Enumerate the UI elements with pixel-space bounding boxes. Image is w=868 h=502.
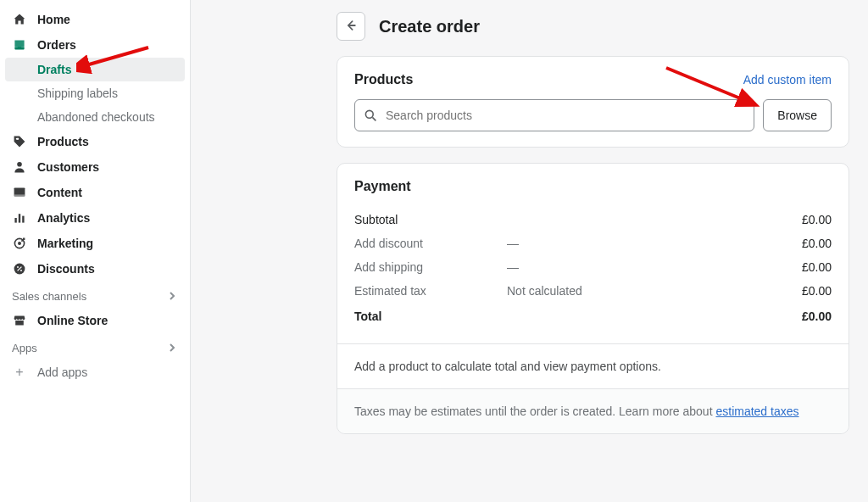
plus-icon: + xyxy=(12,365,27,380)
nav-drafts[interactable]: Drafts xyxy=(5,58,185,81)
nav-sales-channels[interactable]: Sales channels xyxy=(0,282,190,308)
payment-card-title: Payment xyxy=(354,179,832,194)
svg-rect-6 xyxy=(19,214,20,222)
product-search[interactable] xyxy=(354,99,754,131)
main: Create order Products Add custom item Br… xyxy=(191,0,868,502)
percent-icon xyxy=(12,261,27,276)
nav-apps[interactable]: Apps xyxy=(0,333,190,360)
page-title: Create order xyxy=(379,17,480,36)
tax-mid: Not calculated xyxy=(507,284,772,298)
arrow-left-icon xyxy=(344,19,358,35)
target-icon xyxy=(12,236,27,251)
back-button[interactable] xyxy=(337,12,365,41)
nav-shipping-label: Shipping labels xyxy=(37,86,118,100)
home-icon xyxy=(12,12,27,27)
chevron-right-icon xyxy=(168,290,176,303)
products-card: Products Add custom item Browse xyxy=(337,56,849,148)
payment-row-total: Total £0.00 xyxy=(354,303,832,328)
nav-add-apps[interactable]: + Add apps xyxy=(0,360,190,385)
shipping-mid: — xyxy=(507,260,772,274)
svg-point-11 xyxy=(17,266,19,268)
products-card-title: Products xyxy=(354,72,413,87)
sidebar: Home Orders Drafts Shipping labels Aband… xyxy=(0,0,191,502)
svg-point-13 xyxy=(365,110,373,118)
nav-online-store[interactable]: Online Store xyxy=(0,308,190,333)
nav-add-apps-label: Add apps xyxy=(37,365,87,379)
nav-analytics-label: Analytics xyxy=(37,211,90,225)
tax-note: Taxes may be estimates until the order i… xyxy=(337,388,849,433)
inbox-icon xyxy=(12,37,27,53)
nav-online-store-label: Online Store xyxy=(37,314,108,327)
payment-row-shipping: Add shipping — £0.00 xyxy=(354,255,832,279)
nav-orders[interactable]: Orders xyxy=(0,32,190,58)
chart-icon xyxy=(12,210,27,226)
svg-point-1 xyxy=(16,138,18,140)
shipping-value: £0.00 xyxy=(772,260,832,274)
discount-mid: — xyxy=(507,237,772,250)
nav-shipping-labels[interactable]: Shipping labels xyxy=(0,81,190,105)
payment-row-tax: Estimated tax Not calculated £0.00 xyxy=(354,279,832,303)
tax-value: £0.00 xyxy=(772,284,832,298)
svg-point-9 xyxy=(19,243,20,244)
tax-label: Estimated tax xyxy=(354,284,507,298)
nav-discounts[interactable]: Discounts xyxy=(0,256,190,282)
payment-card: Payment Subtotal £0.00 Add discount — £0… xyxy=(337,163,849,434)
subtotal-value: £0.00 xyxy=(772,213,832,226)
estimated-taxes-link[interactable]: estimated taxes xyxy=(715,404,798,418)
nav-marketing-label: Marketing xyxy=(37,237,93,250)
discount-value: £0.00 xyxy=(772,237,832,250)
subtotal-label: Subtotal xyxy=(354,213,507,226)
nav-marketing[interactable]: Marketing xyxy=(0,231,190,256)
nav-products[interactable]: Products xyxy=(0,129,190,154)
product-search-input[interactable] xyxy=(384,108,745,123)
svg-point-12 xyxy=(20,270,22,271)
total-label: Total xyxy=(354,310,507,323)
nav-customers-label: Customers xyxy=(37,160,99,174)
payment-hint: Add a product to calculate total and vie… xyxy=(337,343,849,388)
nav-home[interactable]: Home xyxy=(0,7,190,32)
nav-content-label: Content xyxy=(37,186,82,199)
svg-rect-7 xyxy=(22,216,24,223)
tax-note-text: Taxes may be estimates until the order i… xyxy=(354,404,715,418)
payment-row-discount: Add discount — £0.00 xyxy=(354,231,832,255)
nav-discounts-label: Discounts xyxy=(37,262,95,276)
total-value: £0.00 xyxy=(772,310,832,323)
nav-apps-label: Apps xyxy=(12,342,37,354)
payment-row-subtotal: Subtotal £0.00 xyxy=(354,208,832,231)
browse-button[interactable]: Browse xyxy=(763,99,832,131)
chevron-right-icon xyxy=(168,342,176,354)
nav-drafts-label: Drafts xyxy=(37,63,71,76)
nav-content[interactable]: Content xyxy=(0,180,190,205)
nav-home-label: Home xyxy=(37,13,70,26)
add-shipping-button[interactable]: Add shipping xyxy=(354,260,507,274)
nav-products-label: Products xyxy=(37,135,89,148)
nav-sales-channels-label: Sales channels xyxy=(12,290,86,303)
svg-rect-0 xyxy=(14,47,24,49)
nav-abandoned-label: Abandoned checkouts xyxy=(37,110,155,124)
person-icon xyxy=(12,159,27,175)
svg-rect-5 xyxy=(14,218,16,223)
svg-rect-4 xyxy=(14,194,25,196)
nav-abandoned-checkouts[interactable]: Abandoned checkouts xyxy=(0,105,190,129)
image-icon xyxy=(12,185,27,200)
store-icon xyxy=(12,313,27,328)
page-header: Create order xyxy=(337,12,849,41)
svg-point-2 xyxy=(17,162,22,167)
search-icon xyxy=(364,109,377,122)
add-discount-button[interactable]: Add discount xyxy=(354,237,507,250)
nav-orders-label: Orders xyxy=(37,38,76,52)
nav-analytics[interactable]: Analytics xyxy=(0,205,190,231)
tag-icon xyxy=(12,134,27,149)
add-custom-item-link[interactable]: Add custom item xyxy=(743,73,832,86)
nav-customers[interactable]: Customers xyxy=(0,154,190,180)
